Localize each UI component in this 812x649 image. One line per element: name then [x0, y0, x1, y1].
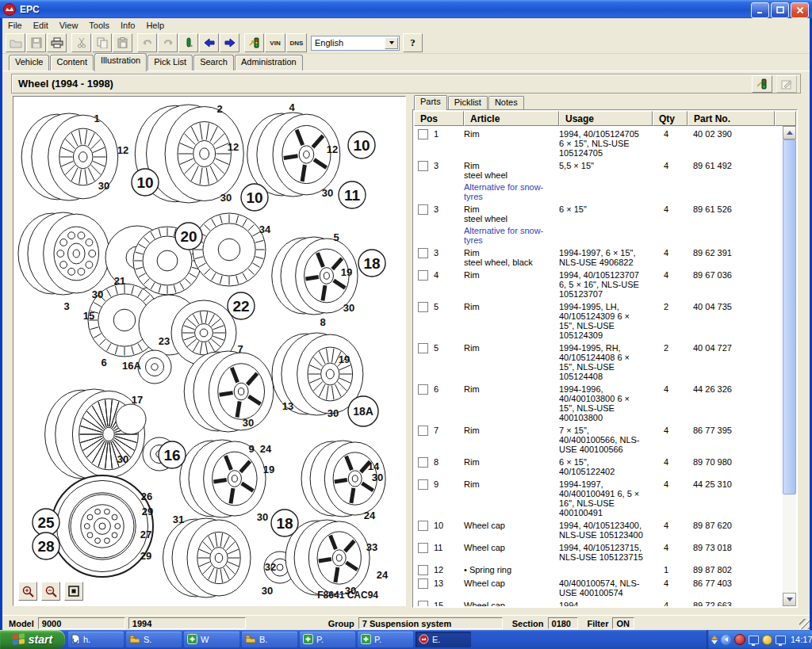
table-row[interactable]: 10Wheel cap1994, 40/105123400, NLS-USE 1… [414, 517, 783, 540]
dns-button[interactable]: DNS [286, 33, 307, 52]
row-checkbox[interactable] [418, 302, 428, 312]
menu-item-view[interactable]: View [54, 19, 84, 32]
parts-tab-notes[interactable]: Notes [488, 96, 524, 109]
taskbar-button-h[interactable]: h. [68, 632, 124, 647]
wheel-drawing [116, 404, 146, 434]
close-button[interactable] [791, 2, 809, 18]
row-checkbox[interactable] [418, 384, 428, 395]
row-checkbox[interactable] [418, 129, 428, 139]
minimize-button[interactable] [751, 2, 769, 18]
open-button[interactable] [6, 33, 25, 52]
table-row[interactable]: 8Rim6 × 15", 40/105122402489 70 980 [414, 454, 783, 476]
column-header-usage[interactable]: Usage [559, 111, 653, 126]
row-checkbox[interactable] [418, 479, 428, 490]
menu-item-edit[interactable]: Edit [28, 19, 54, 32]
row-checkbox[interactable] [418, 426, 428, 436]
svg-text:28: 28 [37, 538, 54, 555]
scroll-up-arrow[interactable] [783, 126, 796, 139]
back-arrow-button[interactable] [199, 33, 219, 52]
zoom-out-button[interactable] [41, 582, 60, 601]
parts-tab-picklist[interactable]: Picklist [448, 96, 488, 109]
row-checkbox[interactable] [418, 457, 428, 468]
taskbar-button-b[interactable]: B. [242, 632, 297, 647]
svg-text:30: 30 [372, 471, 383, 483]
menu-item-tools[interactable]: Tools [83, 19, 115, 32]
column-header-pos[interactable]: Pos [414, 111, 464, 126]
table-row[interactable]: 15Wheel capplastic1994489 72 663 [414, 597, 783, 606]
row-checkbox[interactable] [418, 248, 428, 258]
table-row[interactable]: 1Rim1994, 40/105124705 6 × 15", NLS-USE … [414, 126, 783, 158]
tab-pick-list[interactable]: Pick List [147, 55, 193, 71]
language-dropdown-arrow[interactable] [385, 37, 398, 49]
row-checkbox[interactable] [418, 578, 428, 589]
table-row[interactable]: 11Wheel cap1994, 40/105123715, NLS-USE 1… [414, 540, 783, 562]
start-button[interactable]: start [0, 630, 65, 649]
edit-note-button[interactable] [776, 75, 797, 93]
undo-button[interactable] [137, 33, 157, 52]
language-select[interactable]: English [311, 36, 400, 51]
copy-button[interactable] [92, 33, 112, 52]
row-checkbox[interactable] [418, 204, 428, 215]
table-row[interactable]: 5Rim1994-1995, RH, 40/105124408 6 × 15",… [414, 340, 783, 381]
table-row[interactable]: 4Rim1994, 40/105123707 6, 5 × 16", NLS-U… [414, 267, 783, 299]
taskbar-button-w[interactable]: W [184, 632, 239, 647]
row-checkbox[interactable] [418, 521, 428, 531]
tray-clock[interactable]: 14:17 [791, 635, 812, 644]
hide-icons-button[interactable] [721, 635, 731, 645]
table-row[interactable]: 3Rimsteel wheel, black1994-1997, 6 × 15"… [414, 245, 783, 267]
print-button[interactable] [47, 33, 67, 52]
zoom-in-button[interactable] [18, 582, 37, 601]
parts-tab-parts[interactable]: Parts [414, 95, 447, 110]
history-button[interactable] [178, 33, 198, 52]
row-checkbox[interactable] [418, 270, 428, 281]
row-checkbox[interactable] [418, 161, 428, 171]
tray-chevron-icons[interactable] [711, 635, 718, 645]
tab-search[interactable]: Search [193, 55, 234, 71]
row-checkbox[interactable] [418, 565, 428, 575]
column-header-article[interactable]: Article [464, 111, 559, 126]
epc-tray-icon[interactable] [734, 635, 745, 645]
row-checkbox[interactable] [418, 343, 428, 353]
table-row[interactable]: 9Rim1994-1997, 40/400100491 6, 5 × 16", … [414, 476, 783, 517]
exit-illustration-button[interactable] [752, 75, 772, 93]
network-icon[interactable] [749, 635, 759, 645]
redo-button[interactable] [158, 33, 178, 52]
maximize-button[interactable] [771, 2, 789, 18]
menu-item-help[interactable]: Help [140, 19, 170, 32]
save-button[interactable] [26, 33, 46, 52]
taskbar-button-p[interactable]: P. [300, 632, 355, 647]
messenger-icon[interactable] [762, 635, 772, 645]
table-row[interactable]: 12• Spring ring189 87 802 [414, 562, 783, 575]
row-checkbox[interactable] [418, 601, 428, 606]
zoom-fit-button[interactable] [64, 582, 83, 601]
cut-button[interactable] [71, 33, 91, 52]
taskbar-button-s[interactable]: S. [126, 632, 182, 647]
scrollbar-thumb[interactable] [783, 139, 796, 494]
vertical-scrollbar[interactable] [783, 126, 796, 606]
table-row[interactable]: 7Rim7 × 15", 40/400100566, NLS-USE 40010… [414, 422, 783, 454]
menu-item-file[interactable]: File [2, 19, 28, 32]
traffic-light-button[interactable] [244, 33, 264, 52]
column-header-part-no[interactable]: Part No. [688, 111, 775, 126]
taskbar-button-p[interactable]: P. [358, 632, 413, 647]
tab-administration[interactable]: Administration [235, 55, 303, 71]
forward-arrow-button[interactable] [220, 33, 239, 52]
taskbar-button-e[interactable]: E. [416, 632, 471, 647]
table-row[interactable]: 6Rim1994-1996, 40/400103800 6 × 15", NLS… [414, 381, 783, 422]
table-row[interactable]: 5Rim1994-1995, LH, 40/105124309 6 × 15",… [414, 299, 783, 340]
tab-vehicle[interactable]: Vehicle [9, 55, 49, 71]
menu-item-info[interactable]: Info [115, 19, 140, 32]
table-row[interactable]: 3Rimsteel wheelAlternative for snow-tyre… [414, 158, 783, 201]
illustration-panel[interactable]: 1123021230412303213015233451930616A17307… [13, 96, 406, 606]
tab-content[interactable]: Content [50, 55, 94, 71]
table-row[interactable]: 3Rimsteel wheelAlternative for snow-tyre… [414, 201, 783, 245]
help-button[interactable]: ? [403, 33, 423, 52]
vin-button[interactable]: VIN [265, 33, 285, 52]
network-icon-2[interactable] [776, 635, 786, 645]
table-row[interactable]: 13Wheel cap40/400100574, NLS-USE 4001005… [414, 575, 783, 597]
scroll-down-arrow[interactable] [783, 593, 796, 606]
column-header-qty[interactable]: Qty [653, 111, 688, 126]
tab-illustration[interactable]: Illustration [94, 53, 147, 71]
paste-button[interactable] [113, 33, 132, 52]
row-checkbox[interactable] [418, 543, 428, 553]
